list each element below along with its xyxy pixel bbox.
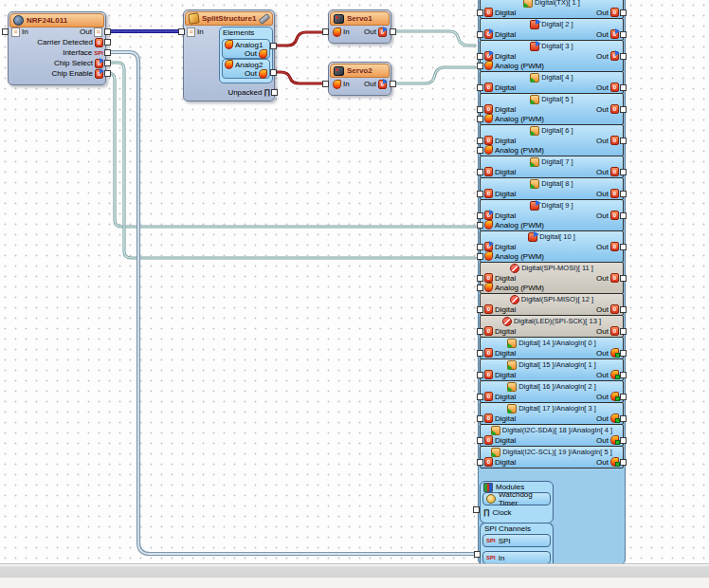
servo2-in-pin[interactable] [322,81,329,87]
analog-pwm-pin[interactable] [477,222,483,229]
out-pin[interactable] [620,275,627,282]
split-unpacked-pin[interactable] [271,89,278,96]
split-element-analog2[interactable]: Analog2 Out [222,59,270,79]
spi-in-item[interactable]: SPI In [482,551,551,564]
wire-analog2-to-servo2[interactable] [274,72,324,83]
block-servo2[interactable]: Servo2 In Out 0 [328,62,391,96]
out-pin[interactable] [620,106,627,113]
board-pin-channel-11[interactable]: Digital(SPI-MOSI)[ 11 ]0DigitalOut0Analo… [480,262,624,294]
out-pin[interactable] [620,372,627,378]
analog-pwm-pin[interactable] [477,116,483,122]
digital-in-pin[interactable] [477,53,483,60]
nrf-chip-select-pin[interactable] [104,60,111,66]
board-pin-channel-10[interactable]: Digital[ 10 ]0DigitalOut0Analog (PWM) [480,230,624,263]
out-pin[interactable] [620,415,627,422]
split-in-pin[interactable] [178,28,185,35]
board-pin-channel-3[interactable]: Digital[ 3 ]0DigitalOut0Analog (PWM) [480,40,624,72]
out-pin[interactable] [620,306,627,313]
wire-chip-enable-to-digital9[interactable] [106,73,475,227]
out-pin[interactable] [620,138,627,144]
board-pin-channel-2[interactable]: Digital[ 2 ]0DigitalOut0 [480,18,624,41]
analog-pwm-pin[interactable] [477,285,483,291]
block-nrf24l01[interactable]: NRF24L011 ≡ In Out ≡ Carrier Detected 0 … [8,11,106,85]
digital-in-pin[interactable] [477,372,483,378]
block-splitstructure1[interactable]: SplitStructure1 ≡ In Elements Analog1 Ou… [183,9,275,101]
digital-in-pin[interactable] [477,415,483,422]
out-pin[interactable] [620,459,627,466]
digital-in-pin[interactable] [477,275,483,282]
servo1-in-pin[interactable] [322,28,329,35]
board-pin-channel-15[interactable]: Digital[ 15 ]/AnalogIn[ 1 ]0DigitalOut [480,358,624,381]
out-pin[interactable] [620,169,627,175]
modules-panel[interactable]: Modules Watchdog Timer ∏ Clock [480,481,554,524]
servo2-out-pin[interactable] [390,81,396,87]
wrench-icon[interactable] [259,12,271,24]
out-pin[interactable] [620,394,627,400]
digital-in-pin[interactable] [477,191,483,197]
out-pin[interactable] [620,328,627,335]
nrf-interface-pin[interactable] [104,49,111,56]
board-pin-channel-9[interactable]: Digital[ 9 ]0DigitalOut0Analog (PWM) [480,199,624,231]
nrf-carrier-detected-pin[interactable] [104,39,111,46]
board-pin-channel-19[interactable]: Digital(I2C-SCL)[ 19 ]/AnalogIn[ 5 ]0Dig… [480,446,624,469]
board-pin-channel-5[interactable]: Digital[ 5 ]0DigitalOut0Analog (PWM) [480,93,624,125]
out-pin[interactable] [620,244,627,250]
block-nrf24l01-header[interactable]: NRF24L011 [9,13,104,28]
out-pin[interactable] [620,212,627,219]
out-pin[interactable] [620,350,627,357]
out-pin[interactable] [620,9,627,16]
digital-in-pin[interactable] [477,138,483,144]
analog-pwm-pin[interactable] [477,253,483,260]
analog-pwm-pin[interactable] [477,147,483,154]
board-pin-channel-7[interactable]: Digital[ 7 ]0DigitalOut0 [480,156,624,178]
analog-pwm-pin[interactable] [477,63,483,69]
digital-in-pin[interactable] [477,212,483,219]
digital-in-pin[interactable] [477,306,483,313]
digital-in-pin[interactable] [477,106,483,113]
board-pin-channel-17[interactable]: Digital[ 17 ]/AnalogIn[ 3 ]0DigitalOut [480,402,624,425]
board-pin-channel-16[interactable]: Digital[ 16 ]/AnalogIn[ 2 ]0DigitalOut [480,380,624,403]
board-spi-in-pin[interactable] [474,551,481,558]
digital-in-pin[interactable] [477,31,483,38]
digital-in-pin[interactable] [477,244,483,250]
spi-channel-item[interactable]: SPI SPI [482,534,551,547]
board-pin-channel-4[interactable]: Digital[ 4 ]0DigitalOut0 [480,71,624,94]
split-element-analog1[interactable]: Analog1 Out [222,39,270,59]
block-servo1-header[interactable]: Servo1 [330,11,390,26]
digital-in-pin[interactable] [477,328,483,335]
spi-channels-panel[interactable]: SPI Channels SPI SPI SPI In [480,523,554,565]
split-analog2-out-pin[interactable] [270,69,277,76]
digital-in-pin[interactable] [477,169,483,175]
digital-in-pin[interactable] [477,394,483,400]
wire-servo2-to-digital3[interactable] [391,67,475,83]
digital-in-pin[interactable] [477,84,483,91]
board-pin-channel-18[interactable]: Digital(I2C-SDA)[ 18 ]/AnalogIn[ 4 ]0Dig… [480,424,624,447]
nrf-in-pin[interactable] [2,28,9,35]
board-pin-channel-12[interactable]: Digital(SPI-MISO)[ 12 ]0DigitalOut0 [480,293,624,316]
block-servo1[interactable]: Servo1 In Out 0 [328,9,391,44]
watchdog-timer-item[interactable]: Watchdog Timer [482,492,551,505]
out-pin[interactable] [620,84,627,91]
wire-spi-interface-to-spi-in[interactable] [106,52,477,554]
wire-chip-select-to-digital10[interactable] [106,63,475,258]
board-clock-pin[interactable] [473,506,480,513]
out-pin[interactable] [620,437,627,444]
horizontal-scrollbar-track[interactable] [0,563,709,579]
digital-in-pin[interactable] [477,9,483,16]
nrf-out-pin[interactable] [104,28,111,35]
digital-in-pin[interactable] [477,437,483,444]
out-pin[interactable] [620,191,627,197]
block-servo2-header[interactable]: Servo2 [330,64,390,78]
digital-in-pin[interactable] [477,459,483,466]
board-pin-channel-8[interactable]: Digital[ 8 ]0DigitalOut0 [480,177,624,200]
split-analog1-out-pin[interactable] [270,43,277,49]
servo1-out-pin[interactable] [390,28,396,35]
board-pin-channel-1[interactable]: Digital(TX)[ 1 ]0DigitalOut0 [480,0,624,19]
digital-in-pin[interactable] [477,350,483,357]
board-pin-channel-14[interactable]: Digital[ 14 ]/AnalogIn[ 0 ]0DigitalOut [480,337,624,359]
block-splitstructure1-header[interactable]: SplitStructure1 [185,11,273,26]
board-pin-channel-13[interactable]: Digital(LED)(SPI-SCK)[ 13 ]0DigitalOut0 [480,315,624,338]
out-pin[interactable] [620,53,627,60]
arduino-board-panel[interactable]: Modules Watchdog Timer ∏ Clock SPI Chann… [478,0,626,565]
out-pin[interactable] [620,31,627,38]
